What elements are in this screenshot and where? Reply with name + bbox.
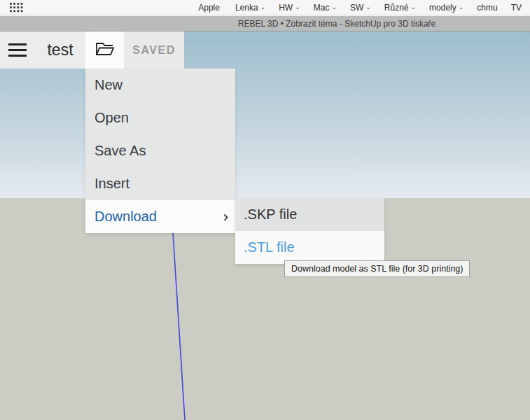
chevron-down-icon: ⌄: [295, 4, 300, 10]
bookmarks-grid-icon[interactable]: [10, 3, 23, 15]
chevron-down-icon: ⌄: [260, 4, 266, 10]
bookmark-mac[interactable]: Mac⌄: [314, 3, 337, 13]
submenu-arrow-icon: ›: [223, 209, 228, 225]
file-menu-button[interactable]: [85, 31, 124, 69]
document-title[interactable]: test: [35, 31, 85, 69]
bookmark-modely[interactable]: modely⌄: [429, 3, 463, 13]
menu-item-new[interactable]: New: [85, 69, 235, 102]
hamburger-icon: [8, 43, 27, 57]
bookmark-lenka[interactable]: Lenka⌄: [235, 3, 265, 13]
save-status-badge: SAVED: [124, 31, 184, 69]
open-folder-icon: [95, 41, 116, 60]
menu-item-save-as[interactable]: Save As: [85, 134, 235, 167]
main-menu-button[interactable]: [0, 31, 35, 69]
bookmark-sw[interactable]: SW⌄: [350, 3, 371, 13]
menu-item-insert[interactable]: Insert: [85, 167, 235, 200]
chevron-down-icon: ⌄: [331, 4, 337, 10]
menu-item-download[interactable]: Download ›: [85, 200, 235, 233]
screen: Apple Lenka⌄ HW⌄ Mac⌄ SW⌄ Různé⌄ modely⌄…: [0, 0, 530, 420]
menu-item-open[interactable]: Open: [85, 102, 235, 134]
chevron-down-icon: ⌄: [411, 4, 417, 10]
chevron-down-icon: ⌄: [365, 4, 371, 10]
bookmark-ruzne[interactable]: Různé⌄: [384, 3, 416, 13]
tab-bar: REBEL 3D • Zobrazit téma - SketchUp pro …: [0, 16, 530, 31]
file-menu-dropdown: New Open Save As Insert Download ›: [85, 69, 235, 233]
download-submenu: .SKP file .STL file: [235, 198, 384, 264]
bookmark-tv[interactable]: TV: [511, 3, 522, 13]
stl-tooltip: Download model as STL file (for 3D print…: [284, 260, 470, 277]
submenu-item-skp-file[interactable]: .SKP file: [235, 198, 384, 231]
bookmark-chmu[interactable]: chmu: [477, 3, 497, 13]
bookmark-hw[interactable]: HW⌄: [279, 3, 300, 13]
bookmark-apple[interactable]: Apple: [198, 3, 222, 13]
submenu-item-stl-file[interactable]: .STL file: [235, 231, 384, 264]
bookmarks-bar: Apple Lenka⌄ HW⌄ Mac⌄ SW⌄ Různé⌄ modely⌄…: [0, 0, 530, 15]
chevron-down-icon: ⌄: [459, 4, 464, 10]
model-viewport[interactable]: test SAVED New Open Save As Insert: [0, 31, 530, 420]
tab-title: REBEL 3D • Zobrazit téma - SketchUp pro …: [0, 16, 530, 31]
app-header: test SAVED: [0, 31, 184, 69]
